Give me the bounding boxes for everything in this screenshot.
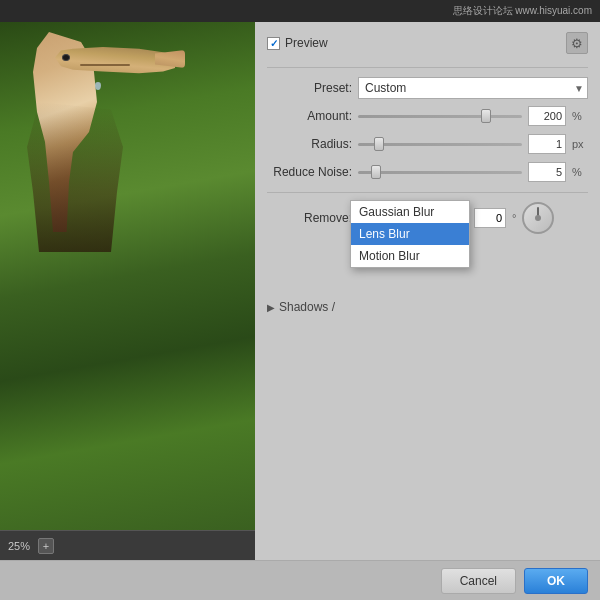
watermark-bar: 思络设计论坛 www.hisyuai.com — [0, 0, 600, 22]
divider-1 — [267, 67, 588, 68]
radius-row: Radius: 1 px — [267, 133, 588, 155]
remove-dropdown-overlay: Gaussian Blur Lens Blur Motion Blur — [350, 200, 470, 268]
radius-thumb[interactable] — [374, 137, 384, 151]
amount-input[interactable]: 200 — [528, 106, 566, 126]
preset-label: Preset: — [267, 81, 352, 95]
amount-slider-container[interactable] — [358, 109, 522, 123]
radius-input[interactable]: 1 — [528, 134, 566, 154]
image-panel: 25% + — [0, 22, 255, 560]
image-bottom-bar: 25% + — [0, 530, 255, 560]
preset-select[interactable]: Custom — [358, 77, 588, 99]
shadows-row: ▶ Shadows / — [267, 300, 588, 314]
compass-widget[interactable] — [522, 202, 554, 234]
preview-row: ✓ Preview ⚙ — [267, 32, 588, 54]
noise-thumb[interactable] — [371, 165, 381, 179]
compass-dot — [535, 215, 541, 221]
radius-track — [358, 143, 522, 146]
image-preview — [0, 22, 255, 530]
radius-label: Radius: — [267, 137, 352, 151]
bird-container — [0, 22, 255, 530]
bottom-bar: Cancel OK — [0, 560, 600, 600]
dropdown-item-lens[interactable]: Lens Blur — [351, 223, 469, 245]
noise-unit: % — [572, 166, 588, 178]
preview-checkbox[interactable]: ✓ — [267, 37, 280, 50]
preset-row: Preset: Custom ▼ — [267, 77, 588, 99]
degree-symbol: ° — [512, 212, 516, 224]
zoom-button[interactable]: + — [38, 538, 54, 554]
amount-track — [358, 115, 522, 118]
cancel-button[interactable]: Cancel — [441, 568, 516, 594]
beak-line — [80, 64, 130, 66]
check-icon: ✓ — [270, 38, 278, 49]
amount-row: Amount: 200 % — [267, 105, 588, 127]
divider-2 — [267, 192, 588, 193]
triangle-icon[interactable]: ▶ — [267, 302, 275, 313]
preview-checkbox-area: ✓ Preview — [267, 36, 328, 50]
dropdown-item-motion[interactable]: Motion Blur — [351, 245, 469, 267]
gear-button[interactable]: ⚙ — [566, 32, 588, 54]
remove-label: Remove: — [267, 211, 352, 225]
radius-unit: px — [572, 138, 588, 150]
shadows-label: Shadows / — [279, 300, 335, 314]
zoom-level: 25% — [8, 540, 30, 552]
preview-label: Preview — [285, 36, 328, 50]
reduce-noise-row: Reduce Noise: 5 % — [267, 161, 588, 183]
ok-button[interactable]: OK — [524, 568, 588, 594]
amount-label: Amount: — [267, 109, 352, 123]
heron-eye — [62, 54, 70, 61]
gear-icon: ⚙ — [571, 36, 583, 51]
noise-track — [358, 171, 522, 174]
radius-slider-container[interactable] — [358, 137, 522, 151]
amount-thumb[interactable] — [481, 109, 491, 123]
controls-panel: ✓ Preview ⚙ Preset: Custom ▼ — [255, 22, 600, 560]
plus-icon: + — [43, 540, 49, 552]
dropdown-item-gaussian[interactable]: Gaussian Blur — [351, 201, 469, 223]
reduce-noise-label: Reduce Noise: — [267, 165, 352, 179]
angle-input[interactable]: 0 — [474, 208, 506, 228]
amount-unit: % — [572, 110, 588, 122]
noise-input[interactable]: 5 — [528, 162, 566, 182]
content-area: 25% + ✓ Preview ⚙ — [0, 22, 600, 560]
noise-slider-container[interactable] — [358, 165, 522, 179]
app-window: 思络设计论坛 www.hisyuai.com — [0, 0, 600, 600]
preset-select-wrapper: Custom ▼ — [358, 77, 588, 99]
watermark-text: 思络设计论坛 www.hisyuai.com — [453, 4, 592, 18]
